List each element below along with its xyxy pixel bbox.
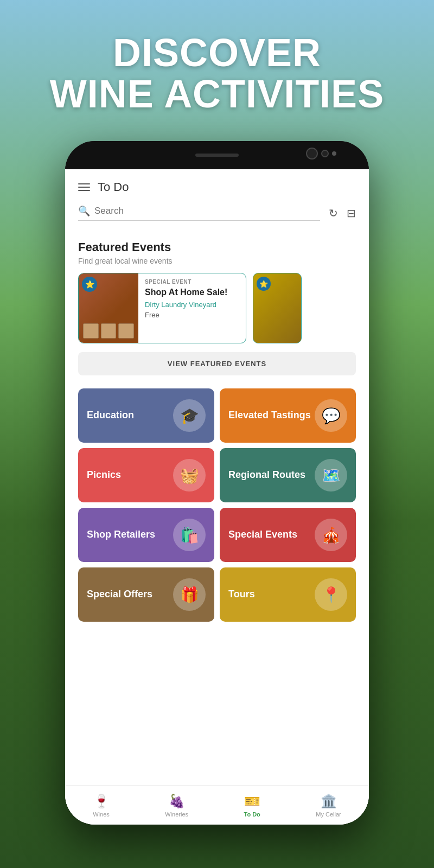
refresh-button[interactable]: ↻ xyxy=(329,207,338,220)
event-star-badge-1: ⭐ xyxy=(82,277,97,292)
category-picnics-label: Picnics xyxy=(87,469,173,481)
phone-frame: To Do 🔍 ↻ ⊟ Featured Events Find great l… xyxy=(65,141,369,825)
wines-nav-label: Wines xyxy=(93,811,110,818)
picnics-icon: 🧺 xyxy=(173,459,206,492)
elevated-tastings-icon: 💬 xyxy=(315,399,347,432)
event-star-badge-2: ⭐ xyxy=(257,277,271,291)
category-elevated-label: Elevated Tastings xyxy=(228,410,315,422)
event-info-1: SPECIAL EVENT Shop At Home Sale! Dirty L… xyxy=(138,273,246,343)
event-preview-image: ⭐ xyxy=(253,273,301,343)
phone-camera-group xyxy=(306,148,336,159)
events-row[interactable]: ⭐ SPECIAL EVENT Shop At Home Sale! xyxy=(65,273,369,343)
bottom-nav: 🍷 Wines 🍇 Wineries 🎫 To Do 🏛️ My Cellar xyxy=(65,786,369,825)
regional-routes-icon: 🗺️ xyxy=(315,459,347,492)
camera-lens-main xyxy=(306,148,318,159)
event-card-1[interactable]: ⭐ SPECIAL EVENT Shop At Home Sale! xyxy=(78,273,246,343)
phone-speaker xyxy=(195,154,239,157)
featured-events-subtitle: Find great local wine events xyxy=(78,257,356,265)
app-header: To Do xyxy=(65,169,369,201)
category-shop-label: Shop Retailers xyxy=(87,529,173,541)
category-tours-label: Tours xyxy=(228,589,315,601)
search-container: 🔍 ↻ ⊟ xyxy=(65,201,369,229)
nav-my-cellar[interactable]: 🏛️ My Cellar xyxy=(307,790,349,821)
category-special-offers-label: Special Offers xyxy=(87,589,173,601)
event-winery-1: Dirty Laundry Vineyard xyxy=(145,301,239,309)
wineries-nav-label: Wineries xyxy=(165,811,188,818)
event-price-1: Free xyxy=(145,311,239,319)
phone-screen[interactable]: To Do 🔍 ↻ ⊟ Featured Events Find great l… xyxy=(65,169,369,825)
category-grid: Education 🎓 Elevated Tastings 💬 Picnics … xyxy=(65,384,369,630)
featured-events-title: Featured Events xyxy=(78,240,356,254)
event-image-1: ⭐ xyxy=(79,273,138,343)
shop-retailers-icon: 🛍️ xyxy=(173,519,206,551)
category-special-events[interactable]: Special Events 🎪 xyxy=(220,508,356,562)
search-actions: ↻ ⊟ xyxy=(329,207,356,220)
nav-wines[interactable]: 🍷 Wines xyxy=(84,790,118,821)
category-education-label: Education xyxy=(87,410,173,422)
page-title: To Do xyxy=(98,180,129,194)
education-icon: 🎓 xyxy=(173,399,206,432)
event-type-1: SPECIAL EVENT xyxy=(145,279,239,285)
view-featured-events-button[interactable]: VIEW FEATURED EVENTS xyxy=(78,352,356,375)
category-special-offers[interactable]: Special Offers 🎁 xyxy=(78,567,214,622)
nav-todo[interactable]: 🎫 To Do xyxy=(235,790,269,821)
mycellar-nav-label: My Cellar xyxy=(316,811,341,818)
event-name-1: Shop At Home Sale! xyxy=(145,287,239,297)
category-regional-label: Regional Routes xyxy=(228,469,315,481)
filter-button[interactable]: ⊟ xyxy=(347,207,356,220)
search-icon: 🔍 xyxy=(78,205,90,217)
search-input[interactable] xyxy=(94,206,320,216)
todo-nav-label: To Do xyxy=(244,811,260,818)
special-offers-icon: 🎁 xyxy=(173,578,206,611)
todo-nav-icon: 🎫 xyxy=(244,794,260,809)
special-events-icon: 🎪 xyxy=(315,519,347,551)
category-regional-routes[interactable]: Regional Routes 🗺️ xyxy=(220,448,356,502)
category-shop-retailers[interactable]: Shop Retailers 🛍️ xyxy=(78,508,214,562)
nav-wineries[interactable]: 🍇 Wineries xyxy=(156,790,197,821)
category-tours[interactable]: Tours 📍 xyxy=(220,567,356,622)
category-special-events-label: Special Events xyxy=(228,529,315,541)
phone-top-bar xyxy=(65,141,369,169)
wines-nav-icon: 🍷 xyxy=(93,794,110,809)
mycellar-nav-icon: 🏛️ xyxy=(321,794,337,809)
wineries-nav-icon: 🍇 xyxy=(169,794,185,809)
category-elevated-tastings[interactable]: Elevated Tastings 💬 xyxy=(220,388,356,443)
app-content: To Do 🔍 ↻ ⊟ Featured Events Find great l… xyxy=(65,169,369,825)
camera-lens-secondary xyxy=(321,150,329,157)
camera-flash xyxy=(332,151,336,156)
category-picnics[interactable]: Picnics 🧺 xyxy=(78,448,214,502)
category-education[interactable]: Education 🎓 xyxy=(78,388,214,443)
hamburger-menu-button[interactable] xyxy=(78,183,90,191)
event-card-2-preview[interactable]: ⭐ xyxy=(253,273,302,343)
tours-icon: 📍 xyxy=(315,578,347,611)
hero-title: DISCOVER WINE ACTIVITIES xyxy=(0,33,434,114)
featured-events-section: Featured Events Find great local wine ev… xyxy=(65,229,369,265)
search-input-wrap[interactable]: 🔍 xyxy=(78,205,320,221)
